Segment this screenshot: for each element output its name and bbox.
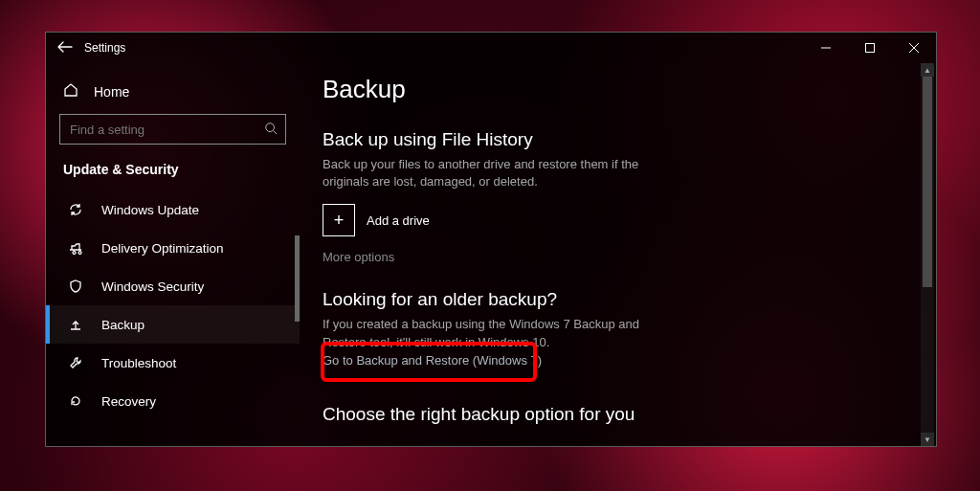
sidebar-item-delivery-optimization[interactable]: Delivery Optimization [46,229,300,267]
page-title: Backup [323,67,907,129]
sidebar-item-label: Recovery [101,394,156,409]
sync-icon [67,202,84,217]
search-icon [264,122,278,138]
section-file-history-desc: Back up your files to another drive and … [323,156,686,204]
caption-buttons [804,33,936,63]
recovery-icon [67,393,84,409]
search-box[interactable] [59,114,286,145]
sidebar-item-troubleshoot[interactable]: Troubleshoot [46,344,300,382]
sidebar-item-label: Backup [101,318,145,332]
content-scrollbar[interactable]: ▲ ▼ [921,63,934,446]
sidebar-item-recovery[interactable]: Recovery [46,382,300,420]
sidebar-home-label: Home [94,84,129,100]
sidebar-item-windows-security[interactable]: Windows Security [46,267,300,305]
content-area: Backup Back up using File History Back u… [300,63,936,446]
wrench-icon [67,355,84,370]
delivery-icon [67,240,84,256]
backup-restore-win7-link[interactable]: Go to Backup and Restore (Windows 7) [323,353,907,371]
section-older-backup-title: Looking for an older backup? [323,289,907,316]
section-older-backup-desc: If you created a backup using the Window… [323,316,686,352]
settings-window: Settings Home Upd [45,32,937,447]
sidebar-item-windows-update[interactable]: Windows Update [46,190,300,229]
maximize-button[interactable] [848,33,892,63]
back-arrow-icon [57,41,73,53]
content-scrollbar-thumb[interactable] [923,77,932,287]
sidebar-item-label: Delivery Optimization [101,241,224,256]
search-input[interactable] [70,123,264,137]
plus-icon: + [323,204,355,236]
scroll-up-button[interactable]: ▲ [921,63,934,77]
minimize-button[interactable] [804,33,848,63]
window-title: Settings [84,41,804,55]
svg-rect-1 [866,44,875,53]
more-options-link[interactable]: More options [323,250,907,268]
add-drive-label: Add a drive [367,213,430,228]
close-button[interactable] [892,33,936,63]
shield-icon [67,279,84,294]
section-file-history-title: Back up using File History [323,129,907,156]
home-icon [63,82,78,100]
titlebar: Settings [46,33,936,63]
sidebar-home[interactable]: Home [46,75,300,114]
back-button[interactable] [46,40,84,56]
sidebar-item-label: Windows Security [101,279,204,294]
sidebar-item-backup[interactable]: Backup [46,305,300,344]
close-icon [909,43,919,53]
add-drive-button[interactable]: + Add a drive [323,204,907,250]
sidebar-item-label: Troubleshoot [101,356,176,370]
section-choose-option-title: Choose the right backup option for you [323,404,907,431]
sidebar-nav: Windows Update Delivery Optimization Win… [46,190,300,420]
maximize-icon [865,43,875,53]
minimize-icon [821,43,831,53]
svg-line-5 [274,130,278,134]
svg-point-4 [266,123,275,131]
scroll-down-button[interactable]: ▼ [921,433,934,446]
search-wrap [46,114,300,162]
sidebar: Home Update & Security Windows Update [46,63,300,446]
backup-icon [67,317,84,332]
window-body: Home Update & Security Windows Update [46,63,936,446]
sidebar-item-label: Windows Update [101,203,199,217]
sidebar-category: Update & Security [46,162,300,190]
